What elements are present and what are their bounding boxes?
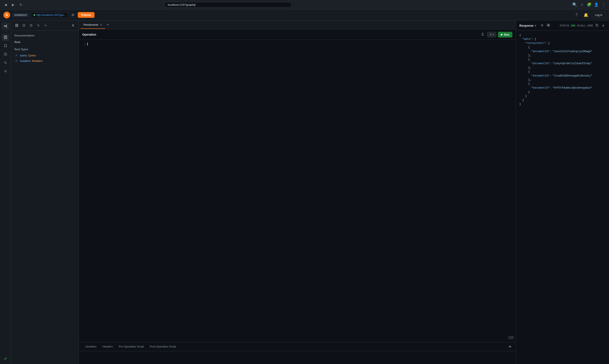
sidebar-tool-search[interactable] <box>35 22 41 29</box>
sidebar-btn-settings[interactable] <box>2 67 9 75</box>
login-button[interactable]: Log in <box>592 12 606 18</box>
root-types-section: Root Types + query: Query + mutation: Mu… <box>14 48 75 64</box>
tab-pre-operation[interactable]: Pre-Operation Script <box>116 343 147 351</box>
editor-footer: Variables Headers Pre-Operation Script P… <box>79 342 516 364</box>
status-label: STATUS <box>560 24 569 27</box>
svg-point-1 <box>6 25 7 26</box>
sidebar-btn-bookmark[interactable] <box>2 42 9 50</box>
svg-line-3 <box>5 26 6 26</box>
response-header-actions <box>540 23 551 28</box>
editor-container[interactable]: 1 ⌨ <box>79 40 516 342</box>
root-types-title: Root Types <box>14 48 75 51</box>
response-label: Response <box>519 24 533 27</box>
forward-button[interactable]: ▶ <box>10 2 16 8</box>
editor-header: Operation ▾ <box>79 29 516 40</box>
zoom-button[interactable]: 🔍 <box>572 2 578 8</box>
svg-point-20 <box>45 25 46 26</box>
sidebar-btn-search[interactable] <box>2 59 9 66</box>
notifications-button[interactable]: 🔔 <box>583 12 589 18</box>
reload-button[interactable]: ↻ <box>18 2 24 8</box>
profile-button[interactable]: 👤 <box>593 2 599 8</box>
svg-point-12 <box>5 71 6 72</box>
sidebar-tool-docs[interactable] <box>13 22 20 29</box>
editor-area: Restaurants ✕ + Operation <box>79 21 516 364</box>
response-list-view-button[interactable] <box>540 23 544 28</box>
sidebar-btn-docs[interactable] <box>2 33 9 41</box>
sidebar-root-item[interactable]: Root <box>14 40 75 44</box>
tab-post-operation[interactable]: Post-Operation Script <box>147 343 179 351</box>
response-body[interactable]: { "data": { "restaurants": [ { "document… <box>516 31 609 364</box>
env-status-dot <box>34 14 35 16</box>
keyboard-icon: ⌨ <box>508 335 514 340</box>
sidebar-tool-bookmark[interactable] <box>21 22 27 29</box>
svg-point-10 <box>4 62 6 63</box>
svg-line-11 <box>6 63 7 64</box>
sidebar-btn-history[interactable] <box>2 51 9 58</box>
svg-point-18 <box>38 25 39 26</box>
documentation-title: Documentation <box>14 34 75 37</box>
prettify-button[interactable]: ▾ <box>487 32 496 37</box>
tab-variables[interactable]: Variables <box>82 343 99 351</box>
help-button[interactable]: ? <box>573 12 580 18</box>
main-layout: Documentation Root Root Types + query: Q… <box>0 21 609 364</box>
svg-rect-32 <box>549 25 549 26</box>
mutation-type-name: Mutation <box>32 59 43 63</box>
app-bar: A SANDBOX http://localhost:1337/gra... ⚙… <box>0 10 609 21</box>
bottom-collapse-button[interactable] <box>508 344 512 350</box>
editor-header-actions: ▾ ▶ Run <box>480 32 512 38</box>
operation-title: Operation <box>82 33 480 36</box>
mutation-type-item[interactable]: + mutation: Mutation <box>14 58 75 64</box>
query-type-item[interactable]: + query: Query <box>14 52 75 58</box>
svg-rect-33 <box>596 25 598 26</box>
run-button[interactable]: ▶ Run <box>498 32 512 38</box>
sidebar-collapse-button[interactable] <box>70 22 76 29</box>
editor-body: 1 <box>79 40 516 342</box>
query-type-name: Query <box>28 54 36 57</box>
response-meta: STATUS 200 40.0ms 195B <box>560 23 606 28</box>
editor-cursor <box>87 43 88 46</box>
query-plus-icon: + <box>14 53 18 57</box>
svg-rect-22 <box>481 35 484 35</box>
mutation-plus-icon: + <box>14 59 18 63</box>
sidebar-tool-settings[interactable] <box>42 22 49 29</box>
settings-button[interactable]: ⚙ <box>71 12 75 18</box>
response-download-button[interactable] <box>601 23 606 28</box>
tab-restaurants-label: Restaurants <box>83 23 98 26</box>
app-bar-right: ? 🔔 Log in <box>573 12 606 18</box>
editor-content[interactable] <box>87 40 516 342</box>
upload-icon-button[interactable] <box>480 32 485 38</box>
menu-button[interactable]: ⋮ <box>600 2 607 8</box>
response-chevron-icon: ∨ <box>534 24 536 27</box>
sidebar-btn-graph[interactable] <box>2 22 9 30</box>
env-url[interactable]: http://localhost:1337/gra... <box>31 13 68 18</box>
response-header: Response ∨ <box>516 21 609 31</box>
response-size: 195B <box>587 24 593 27</box>
mutation-keyword: mutation: <box>20 59 31 63</box>
line-numbers: 1 <box>79 40 87 342</box>
add-tab-button[interactable]: + <box>106 22 110 28</box>
response-copy-button[interactable] <box>595 23 599 28</box>
svg-rect-31 <box>547 25 548 26</box>
star-button[interactable]: ☆ <box>579 2 585 8</box>
status-code: 200 <box>571 24 575 27</box>
tab-close-button[interactable]: ✕ <box>100 24 102 26</box>
tab-headers[interactable]: Headers <box>99 343 116 351</box>
response-title: Response ∨ <box>519 24 536 27</box>
back-button[interactable]: ◀ <box>2 2 9 8</box>
run-label: Run <box>504 33 509 36</box>
tab-restaurants[interactable]: Restaurants ✕ <box>80 21 105 29</box>
svg-rect-35 <box>602 26 605 26</box>
icon-sidebar <box>0 21 11 364</box>
url-bar[interactable]: localhost:1337/graphql <box>165 2 292 7</box>
browser-actions: 🔍 ☆ 🧩 👤 ⋮ <box>572 2 607 8</box>
sidebar-tool-history[interactable] <box>28 22 34 29</box>
svg-rect-29 <box>547 24 548 25</box>
play-icon: ▶ <box>501 33 503 36</box>
publish-button[interactable]: Publish <box>78 12 94 18</box>
sidebar-btn-check[interactable] <box>2 355 9 362</box>
app-logo: A <box>3 12 10 18</box>
response-grid-view-button[interactable] <box>546 23 551 28</box>
response-panel: Response ∨ <box>516 21 609 364</box>
editor-tabs: Restaurants ✕ + <box>79 21 516 29</box>
extensions-button[interactable]: 🧩 <box>586 2 592 8</box>
